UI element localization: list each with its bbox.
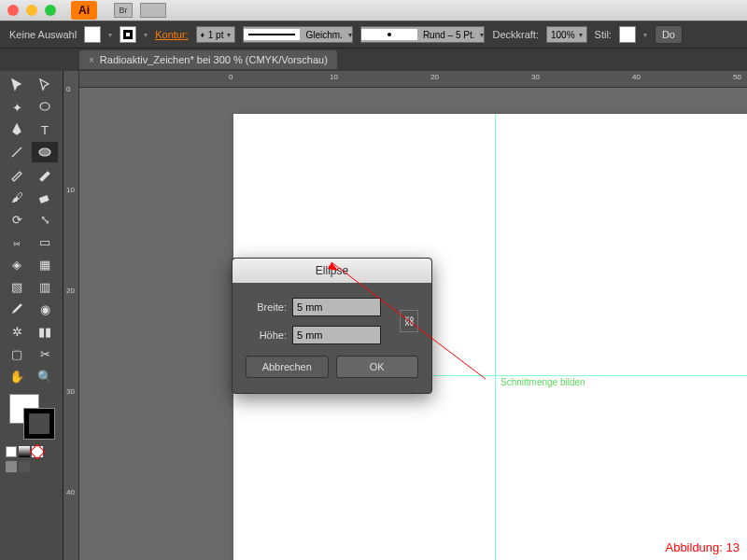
scale-tool[interactable]: ⤡ [32,209,58,230]
bridge-icon[interactable]: Br [114,3,133,18]
control-bar: Keine Auswahl ▾ ▾ Kontur: ♦1 pt▾ Gleichm… [0,21,747,49]
pencil-tool[interactable] [32,164,58,185]
free-transform-tool[interactable]: ▭ [32,231,58,252]
zoom-window-button[interactable] [45,5,56,16]
gradient-tool[interactable]: ▥ [32,276,58,297]
style-swatch[interactable] [619,26,636,43]
document-setup-button[interactable]: Do [655,25,683,44]
symbol-sprayer-tool[interactable]: ✲ [4,321,30,342]
toolbox: ✦ T 🖌 ⟳⤡ ⨝▭ ◈▦ ▧▥ ◉ ✲▮▮ ▢✂ ✋🔍 [0,71,63,560]
eraser-tool[interactable] [32,187,58,207]
opacity-label: Deckkraft: [492,29,539,40]
figure-caption: Abbildung: 13 [665,540,740,554]
svg-rect-3 [40,196,49,203]
link-dimensions-button[interactable]: ⛓ [400,310,418,332]
line-tool[interactable] [4,142,30,162]
width-tool[interactable]: ⨝ [4,231,30,252]
direct-selection-tool[interactable] [32,75,58,95]
fill-swatch[interactable] [84,26,101,43]
ellipse-dialog: Ellipse Breite: Höhe: ⛓ Abbrechen OK [232,258,432,394]
stroke-swatch[interactable] [120,26,136,43]
svg-line-1 [12,147,21,157]
slice-tool[interactable]: ✂ [32,343,58,364]
magic-wand-tool[interactable]: ✦ [4,97,30,118]
eyedropper-tool[interactable] [4,299,30,319]
perspective-grid-tool[interactable]: ▦ [32,254,58,274]
app-logo: Ai [71,1,97,20]
column-graph-tool[interactable]: ▮▮ [32,321,58,342]
vertical-ruler: 0 10 20 30 40 [63,71,79,560]
vertical-guide[interactable] [495,114,496,560]
close-window-button[interactable] [7,5,19,16]
stroke-weight-dropdown[interactable]: ♦1 pt▾ [196,26,236,43]
selection-label: Keine Auswahl [9,29,77,40]
height-label: Höhe: [246,329,287,341]
style-label: Stil: [595,29,612,40]
arrange-icon[interactable] [140,3,166,18]
document-tab-row: × Radioaktiv_Zeichen* bei 300 % (CMYK/Vo… [0,49,747,71]
cancel-button[interactable]: Abbrechen [246,356,329,378]
opacity-dropdown[interactable]: 100%▾ [546,26,587,43]
mesh-tool[interactable]: ▧ [4,276,30,297]
type-tool[interactable]: T [32,119,58,140]
fill-stroke-indicator[interactable] [9,394,54,439]
color-mode-strip[interactable] [6,446,57,457]
stroke-profile-dropdown[interactable]: Gleichm.▾ [243,26,352,43]
svg-point-2 [39,148,50,156]
ok-button[interactable]: OK [336,356,419,378]
width-label: Breite: [246,301,287,313]
width-input[interactable] [292,298,381,316]
stroke-label[interactable]: Kontur: [155,29,188,40]
selection-tool[interactable] [4,75,30,95]
window-titlebar: Ai Br [0,0,747,21]
brush-dropdown[interactable]: Rund – 5 Pt.▾ [360,26,486,43]
blend-tool[interactable]: ◉ [32,299,58,319]
artboard-tool[interactable]: ▢ [4,343,30,364]
height-input[interactable] [292,326,381,344]
close-tab-icon[interactable]: × [89,55,94,65]
hand-tool[interactable]: ✋ [4,366,30,386]
rotate-tool[interactable]: ⟳ [4,209,30,230]
pen-tool[interactable] [4,119,30,140]
minimize-window-button[interactable] [26,5,37,16]
screen-mode-strip[interactable] [6,461,57,472]
document-tab-label: Radioaktiv_Zeichen* bei 300 % (CMYK/Vors… [100,54,328,65]
shape-builder-tool[interactable]: ◈ [4,254,30,274]
ellipse-tool[interactable] [32,142,58,162]
paintbrush-tool[interactable] [4,164,30,185]
stroke-color[interactable] [24,409,54,439]
horizontal-ruler: 0 10 20 30 40 50 [79,71,747,88]
blob-brush-tool[interactable]: 🖌 [4,187,30,207]
svg-point-0 [40,103,49,110]
guide-label: Schnittmenge bilden [500,377,585,387]
lasso-tool[interactable] [32,97,58,118]
dialog-title: Ellipse [233,259,431,283]
document-tab[interactable]: × Radioaktiv_Zeichen* bei 300 % (CMYK/Vo… [79,50,337,69]
zoom-tool[interactable]: 🔍 [32,366,58,386]
